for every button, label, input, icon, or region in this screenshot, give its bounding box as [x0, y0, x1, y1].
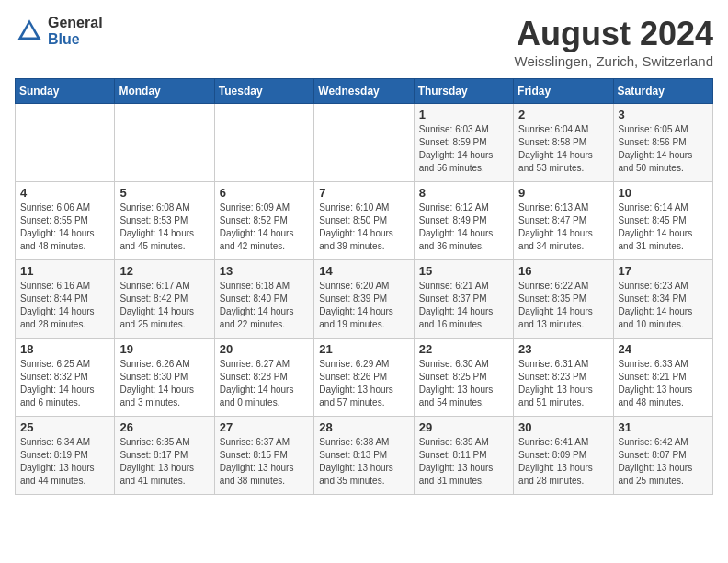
day-info: Sunrise: 6:22 AM Sunset: 8:35 PM Dayligh…	[518, 280, 608, 331]
month-title: August 2024	[515, 15, 713, 53]
logo: General Blue	[15, 15, 103, 47]
day-info: Sunrise: 6:16 AM Sunset: 8:44 PM Dayligh…	[20, 280, 109, 331]
day-info: Sunrise: 6:41 AM Sunset: 8:09 PM Dayligh…	[518, 436, 608, 488]
calendar-week-row: 25Sunrise: 6:34 AM Sunset: 8:19 PM Dayli…	[16, 417, 713, 495]
day-number: 18	[20, 342, 109, 356]
logo-text: General Blue	[48, 15, 103, 47]
calendar-day-28: 28Sunrise: 6:38 AM Sunset: 8:13 PM Dayli…	[314, 417, 414, 495]
day-number: 28	[319, 420, 408, 434]
day-info: Sunrise: 6:34 AM Sunset: 8:19 PM Dayligh…	[20, 436, 109, 488]
day-number: 4	[20, 186, 109, 200]
calendar-day-3: 3Sunrise: 6:05 AM Sunset: 8:56 PM Daylig…	[613, 104, 712, 182]
calendar-day-18: 18Sunrise: 6:25 AM Sunset: 8:32 PM Dayli…	[16, 339, 115, 417]
day-number: 22	[419, 342, 508, 356]
day-number: 27	[220, 420, 309, 434]
logo-general-label: General	[48, 15, 103, 31]
calendar-empty-cell	[214, 104, 313, 182]
calendar-day-2: 2Sunrise: 6:04 AM Sunset: 8:58 PM Daylig…	[514, 104, 613, 182]
day-number: 2	[518, 108, 608, 121]
day-info: Sunrise: 6:27 AM Sunset: 8:28 PM Dayligh…	[220, 358, 309, 409]
calendar-day-30: 30Sunrise: 6:41 AM Sunset: 8:09 PM Dayli…	[514, 417, 613, 495]
day-info: Sunrise: 6:18 AM Sunset: 8:40 PM Dayligh…	[220, 280, 309, 331]
calendar-empty-cell	[115, 104, 214, 182]
calendar-day-16: 16Sunrise: 6:22 AM Sunset: 8:35 PM Dayli…	[514, 260, 613, 339]
day-info: Sunrise: 6:38 AM Sunset: 8:13 PM Dayligh…	[319, 436, 408, 488]
calendar-day-7: 7Sunrise: 6:10 AM Sunset: 8:50 PM Daylig…	[314, 182, 414, 260]
calendar-day-6: 6Sunrise: 6:09 AM Sunset: 8:52 PM Daylig…	[214, 182, 313, 260]
weekday-header-sunday: Sunday	[16, 79, 115, 104]
calendar-day-24: 24Sunrise: 6:33 AM Sunset: 8:21 PM Dayli…	[613, 339, 712, 417]
calendar-day-13: 13Sunrise: 6:18 AM Sunset: 8:40 PM Dayli…	[214, 260, 313, 339]
day-info: Sunrise: 6:30 AM Sunset: 8:25 PM Dayligh…	[419, 358, 508, 409]
calendar-week-row: 11Sunrise: 6:16 AM Sunset: 8:44 PM Dayli…	[16, 260, 713, 339]
calendar-body: 1Sunrise: 6:03 AM Sunset: 8:59 PM Daylig…	[16, 104, 713, 495]
day-number: 13	[220, 264, 309, 278]
logo-blue-label: Blue	[48, 31, 103, 48]
day-number: 8	[419, 186, 508, 200]
calendar-day-31: 31Sunrise: 6:42 AM Sunset: 8:07 PM Dayli…	[613, 417, 712, 495]
day-number: 16	[518, 264, 608, 278]
day-number: 3	[619, 108, 708, 121]
day-number: 15	[419, 264, 508, 278]
calendar-day-23: 23Sunrise: 6:31 AM Sunset: 8:23 PM Dayli…	[514, 339, 613, 417]
day-number: 6	[220, 186, 309, 200]
calendar-day-15: 15Sunrise: 6:21 AM Sunset: 8:37 PM Dayli…	[414, 260, 513, 339]
day-info: Sunrise: 6:12 AM Sunset: 8:49 PM Dayligh…	[419, 201, 508, 253]
day-info: Sunrise: 6:04 AM Sunset: 8:58 PM Dayligh…	[518, 123, 608, 175]
location-label: Weisslingen, Zurich, Switzerland	[515, 53, 713, 69]
calendar-table: SundayMondayTuesdayWednesdayThursdayFrid…	[15, 78, 713, 495]
day-info: Sunrise: 6:10 AM Sunset: 8:50 PM Dayligh…	[319, 201, 408, 253]
calendar-day-17: 17Sunrise: 6:23 AM Sunset: 8:34 PM Dayli…	[613, 260, 712, 339]
day-number: 7	[319, 186, 408, 200]
day-number: 20	[220, 342, 309, 356]
calendar-week-row: 1Sunrise: 6:03 AM Sunset: 8:59 PM Daylig…	[16, 104, 713, 182]
calendar-week-row: 4Sunrise: 6:06 AM Sunset: 8:55 PM Daylig…	[16, 182, 713, 260]
calendar-empty-cell	[314, 104, 414, 182]
day-info: Sunrise: 6:25 AM Sunset: 8:32 PM Dayligh…	[20, 358, 109, 409]
day-info: Sunrise: 6:39 AM Sunset: 8:11 PM Dayligh…	[419, 436, 508, 488]
day-number: 9	[518, 186, 608, 200]
calendar-day-1: 1Sunrise: 6:03 AM Sunset: 8:59 PM Daylig…	[414, 104, 513, 182]
calendar-day-9: 9Sunrise: 6:13 AM Sunset: 8:47 PM Daylig…	[514, 182, 613, 260]
calendar-day-29: 29Sunrise: 6:39 AM Sunset: 8:11 PM Dayli…	[414, 417, 513, 495]
day-number: 1	[419, 108, 508, 121]
day-info: Sunrise: 6:05 AM Sunset: 8:56 PM Dayligh…	[619, 123, 708, 175]
calendar-day-26: 26Sunrise: 6:35 AM Sunset: 8:17 PM Dayli…	[115, 417, 214, 495]
calendar-day-22: 22Sunrise: 6:30 AM Sunset: 8:25 PM Dayli…	[414, 339, 513, 417]
calendar-day-4: 4Sunrise: 6:06 AM Sunset: 8:55 PM Daylig…	[16, 182, 115, 260]
day-info: Sunrise: 6:06 AM Sunset: 8:55 PM Dayligh…	[20, 201, 109, 253]
day-number: 31	[619, 420, 708, 434]
day-number: 12	[119, 264, 209, 278]
day-info: Sunrise: 6:20 AM Sunset: 8:39 PM Dayligh…	[319, 280, 408, 331]
weekday-header-friday: Friday	[514, 79, 613, 104]
day-info: Sunrise: 6:31 AM Sunset: 8:23 PM Dayligh…	[518, 358, 608, 409]
weekday-header-saturday: Saturday	[613, 79, 712, 104]
day-info: Sunrise: 6:29 AM Sunset: 8:26 PM Dayligh…	[319, 358, 408, 409]
day-number: 25	[20, 420, 109, 434]
day-info: Sunrise: 6:37 AM Sunset: 8:15 PM Dayligh…	[220, 436, 309, 488]
calendar-day-11: 11Sunrise: 6:16 AM Sunset: 8:44 PM Dayli…	[16, 260, 115, 339]
day-info: Sunrise: 6:26 AM Sunset: 8:30 PM Dayligh…	[119, 358, 209, 409]
calendar-day-8: 8Sunrise: 6:12 AM Sunset: 8:49 PM Daylig…	[414, 182, 513, 260]
weekday-header-tuesday: Tuesday	[214, 79, 313, 104]
day-info: Sunrise: 6:23 AM Sunset: 8:34 PM Dayligh…	[619, 280, 708, 331]
weekday-header-monday: Monday	[115, 79, 214, 104]
day-info: Sunrise: 6:17 AM Sunset: 8:42 PM Dayligh…	[119, 280, 209, 331]
day-number: 14	[319, 264, 408, 278]
day-info: Sunrise: 6:09 AM Sunset: 8:52 PM Dayligh…	[220, 201, 309, 253]
weekday-row: SundayMondayTuesdayWednesdayThursdayFrid…	[16, 79, 713, 104]
day-info: Sunrise: 6:13 AM Sunset: 8:47 PM Dayligh…	[518, 201, 608, 253]
calendar-day-20: 20Sunrise: 6:27 AM Sunset: 8:28 PM Dayli…	[214, 339, 313, 417]
day-number: 24	[619, 342, 708, 356]
calendar-day-21: 21Sunrise: 6:29 AM Sunset: 8:26 PM Dayli…	[314, 339, 414, 417]
page-header: General Blue August 2024 Weisslingen, Zu…	[15, 15, 713, 69]
day-number: 23	[518, 342, 608, 356]
day-number: 5	[119, 186, 209, 200]
day-number: 10	[619, 186, 708, 200]
day-number: 19	[119, 342, 209, 356]
calendar-day-10: 10Sunrise: 6:14 AM Sunset: 8:45 PM Dayli…	[613, 182, 712, 260]
title-section: August 2024 Weisslingen, Zurich, Switzer…	[515, 15, 713, 69]
day-number: 26	[119, 420, 209, 434]
calendar-empty-cell	[16, 104, 115, 182]
calendar-day-5: 5Sunrise: 6:08 AM Sunset: 8:53 PM Daylig…	[115, 182, 214, 260]
